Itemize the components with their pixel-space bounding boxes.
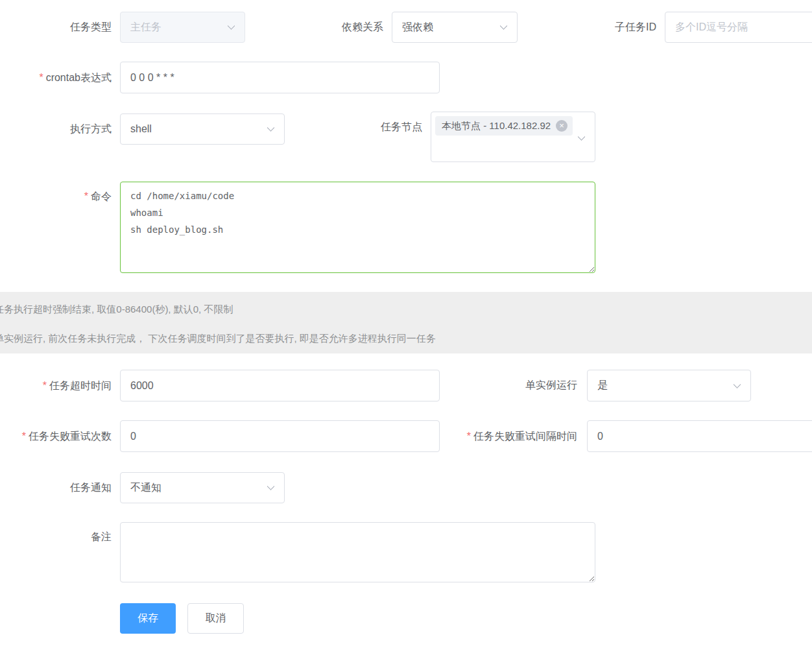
chevron-down-icon [499, 22, 508, 30]
required-asterisk: * [84, 191, 88, 202]
chevron-down-icon [267, 124, 275, 132]
retry-interval-input[interactable] [587, 420, 812, 452]
task-node-select[interactable]: 本地节点 - 110.42.182.92 × [431, 112, 595, 162]
chevron-down-icon [577, 133, 586, 141]
exec-mode-value: shell [130, 123, 152, 135]
remark-textarea[interactable] [120, 522, 595, 582]
crontab-input[interactable] [120, 62, 440, 93]
notify-label: 任务通知 [0, 472, 112, 503]
task-node-tag: 本地节点 - 110.42.182.92 × [435, 116, 573, 136]
child-task-id-input[interactable] [665, 12, 812, 43]
remark-label: 备注 [0, 524, 112, 550]
help-banner: 任务执行超时强制结束, 取值0-86400(秒), 默认0, 不限制 单实例运行… [0, 292, 812, 353]
notify-value: 不通知 [130, 481, 161, 495]
single-instance-label: 单实例运行 [499, 370, 577, 401]
single-instance-value: 是 [597, 379, 608, 392]
command-label: *命令 [0, 184, 112, 209]
exec-mode-select[interactable]: shell [120, 114, 285, 145]
notify-select[interactable]: 不通知 [120, 472, 285, 503]
timeout-label: *任务超时时间 [0, 370, 112, 401]
save-button[interactable]: 保存 [120, 603, 176, 634]
crontab-label: *crontab表达式 [0, 62, 112, 93]
retry-times-label: *任务失败重试次数 [0, 420, 112, 452]
child-task-id-label: 子任务ID [579, 12, 656, 43]
exec-mode-label: 执行方式 [0, 114, 112, 145]
help-text-timeout: 任务执行超时强制结束, 取值0-86400(秒), 默认0, 不限制 [0, 302, 233, 317]
single-instance-select[interactable]: 是 [587, 370, 751, 401]
dependency-value: 强依赖 [402, 21, 433, 34]
task-node-label: 任务节点 [344, 112, 422, 143]
required-asterisk: * [39, 72, 43, 83]
chevron-down-icon [733, 380, 741, 389]
retry-interval-label: *任务失败重试间隔时间 [448, 420, 577, 452]
help-text-single-instance: 单实例运行, 前次任务未执行完成， 下次任务调度时间到了是否要执行, 即是否允许… [0, 331, 436, 346]
chevron-down-icon [227, 22, 235, 30]
retry-times-input[interactable] [120, 420, 440, 452]
remove-node-icon[interactable]: × [556, 120, 567, 132]
task-type-label: 任务类型 [0, 12, 112, 43]
task-node-tag-label: 本地节点 - 110.42.182.92 [442, 120, 551, 132]
dependency-label: 依赖关系 [305, 12, 383, 43]
command-textarea[interactable]: cd /home/xiamu/code whoami sh deploy_blo… [120, 182, 595, 273]
required-asterisk: * [43, 380, 47, 391]
required-asterisk: * [467, 431, 471, 442]
dependency-select[interactable]: 强依赖 [392, 12, 518, 43]
chevron-down-icon [267, 483, 275, 491]
timeout-input[interactable] [120, 370, 440, 401]
cancel-button[interactable]: 取消 [187, 603, 244, 634]
required-asterisk: * [22, 431, 26, 442]
task-type-select[interactable]: 主任务 [120, 12, 245, 43]
task-edit-form: 任务类型 主任务 依赖关系 强依赖 子任务ID *crontab表达式 执行方式… [0, 0, 812, 646]
task-type-value: 主任务 [130, 21, 161, 34]
